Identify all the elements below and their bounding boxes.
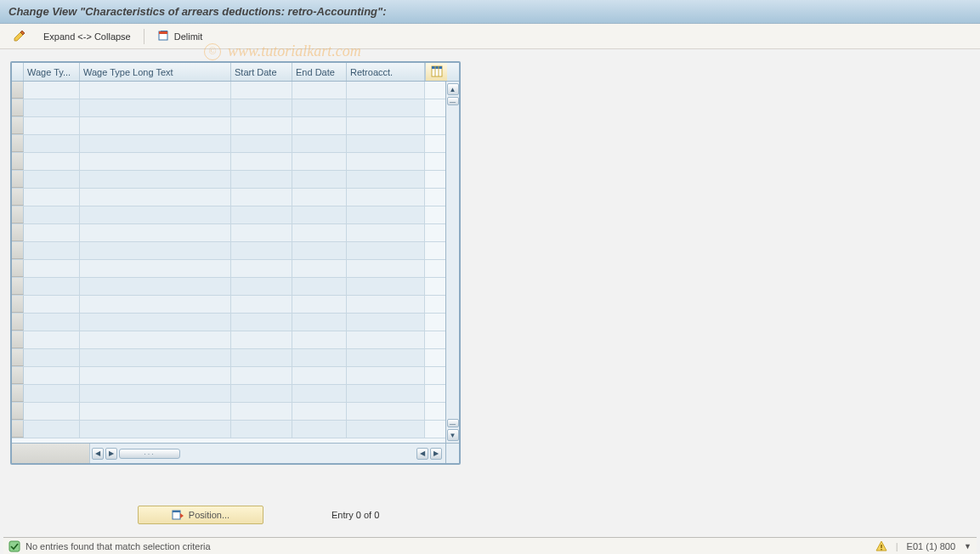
table-cell[interactable] <box>24 117 80 134</box>
row-handle[interactable] <box>12 260 24 277</box>
row-handle[interactable] <box>12 385 24 402</box>
table-cell[interactable] <box>24 278 80 295</box>
table-cell[interactable] <box>24 153 80 170</box>
table-cell[interactable] <box>24 296 80 313</box>
table-cell[interactable] <box>24 99 80 116</box>
column-header-start-date[interactable]: Start Date <box>231 63 292 81</box>
table-cell[interactable] <box>347 171 425 188</box>
table-row[interactable] <box>12 385 445 403</box>
table-row[interactable] <box>12 117 445 135</box>
row-handle[interactable] <box>12 296 24 313</box>
table-cell[interactable] <box>24 189 80 206</box>
table-cell[interactable] <box>231 331 292 348</box>
table-cell[interactable] <box>231 421 292 438</box>
table-cell[interactable] <box>292 135 347 152</box>
table-settings-button[interactable] <box>425 63 447 81</box>
table-row[interactable] <box>12 171 445 189</box>
row-handle[interactable] <box>12 171 24 188</box>
table-row[interactable] <box>12 367 445 385</box>
table-cell[interactable] <box>347 135 425 152</box>
scroll-page-left-button[interactable]: ▶ <box>105 448 117 460</box>
horizontal-scrollbar[interactable]: ◀ ▶ ··· <box>90 447 416 461</box>
table-cell[interactable] <box>292 331 347 348</box>
table-cell[interactable] <box>347 331 425 348</box>
table-cell[interactable] <box>80 171 231 188</box>
scroll-track-top[interactable]: — <box>447 97 459 105</box>
table-cell[interactable] <box>80 135 231 152</box>
table-cell[interactable] <box>231 385 292 402</box>
table-cell[interactable] <box>292 171 347 188</box>
row-handle[interactable] <box>12 421 24 438</box>
table-cell[interactable] <box>347 314 425 331</box>
table-cell[interactable] <box>24 260 80 277</box>
table-cell[interactable] <box>347 189 425 206</box>
table-cell[interactable] <box>292 349 347 366</box>
dropdown-icon[interactable]: ▼ <box>964 542 972 551</box>
edit-button[interactable] <box>7 27 32 46</box>
table-row[interactable] <box>12 349 445 367</box>
table-cell[interactable] <box>231 367 292 384</box>
table-cell[interactable] <box>347 421 425 438</box>
table-cell[interactable] <box>347 403 425 420</box>
table-cell[interactable] <box>24 314 80 331</box>
expand-collapse-button[interactable]: Expand <-> Collapse <box>37 27 137 46</box>
table-cell[interactable] <box>347 278 425 295</box>
table-cell[interactable] <box>347 82 425 99</box>
table-cell[interactable] <box>80 349 231 366</box>
table-cell[interactable] <box>231 278 292 295</box>
table-cell[interactable] <box>347 224 425 241</box>
table-cell[interactable] <box>292 153 347 170</box>
table-row[interactable] <box>12 82 445 99</box>
column-header-wage-type[interactable]: Wage Ty... <box>24 63 80 81</box>
column-header-retroacct[interactable]: Retroacct. <box>347 63 425 81</box>
row-handle[interactable] <box>12 206 24 223</box>
table-cell[interactable] <box>24 224 80 241</box>
table-cell[interactable] <box>80 99 231 116</box>
table-row[interactable] <box>12 278 445 296</box>
table-row[interactable] <box>12 331 445 349</box>
table-cell[interactable] <box>347 242 425 259</box>
table-row[interactable] <box>12 242 445 260</box>
scroll-page-right-button[interactable]: ◀ <box>416 448 428 460</box>
row-handle[interactable] <box>12 153 24 170</box>
table-cell[interactable] <box>347 349 425 366</box>
row-handle[interactable] <box>12 403 24 420</box>
position-button[interactable]: Position... <box>138 506 263 524</box>
table-cell[interactable] <box>231 153 292 170</box>
table-row[interactable] <box>12 224 445 242</box>
table-row[interactable] <box>12 260 445 278</box>
table-cell[interactable] <box>347 206 425 223</box>
row-handle[interactable] <box>12 224 24 241</box>
table-cell[interactable] <box>24 367 80 384</box>
table-cell[interactable] <box>231 296 292 313</box>
table-row[interactable] <box>12 99 445 117</box>
table-cell[interactable] <box>231 403 292 420</box>
row-handle[interactable] <box>12 331 24 348</box>
scroll-up-button[interactable]: ▲ <box>447 83 459 95</box>
row-handle[interactable] <box>12 242 24 259</box>
table-cell[interactable] <box>231 82 292 99</box>
table-cell[interactable] <box>347 296 425 313</box>
table-cell[interactable] <box>80 296 231 313</box>
table-cell[interactable] <box>24 206 80 223</box>
table-cell[interactable] <box>24 349 80 366</box>
table-cell[interactable] <box>80 117 231 134</box>
table-cell[interactable] <box>292 314 347 331</box>
table-cell[interactable] <box>292 224 347 241</box>
table-cell[interactable] <box>80 242 231 259</box>
table-cell[interactable] <box>80 153 231 170</box>
table-row[interactable] <box>12 403 445 421</box>
table-cell[interactable] <box>231 206 292 223</box>
row-handle[interactable] <box>12 82 24 99</box>
table-cell[interactable] <box>292 278 347 295</box>
table-cell[interactable] <box>292 82 347 99</box>
row-handle[interactable] <box>12 349 24 366</box>
table-cell[interactable] <box>80 278 231 295</box>
table-cell[interactable] <box>231 349 292 366</box>
row-handle[interactable] <box>12 278 24 295</box>
row-handle[interactable] <box>12 367 24 384</box>
table-cell[interactable] <box>347 117 425 134</box>
table-cell[interactable] <box>292 117 347 134</box>
table-row[interactable] <box>12 314 445 331</box>
table-cell[interactable] <box>292 385 347 402</box>
